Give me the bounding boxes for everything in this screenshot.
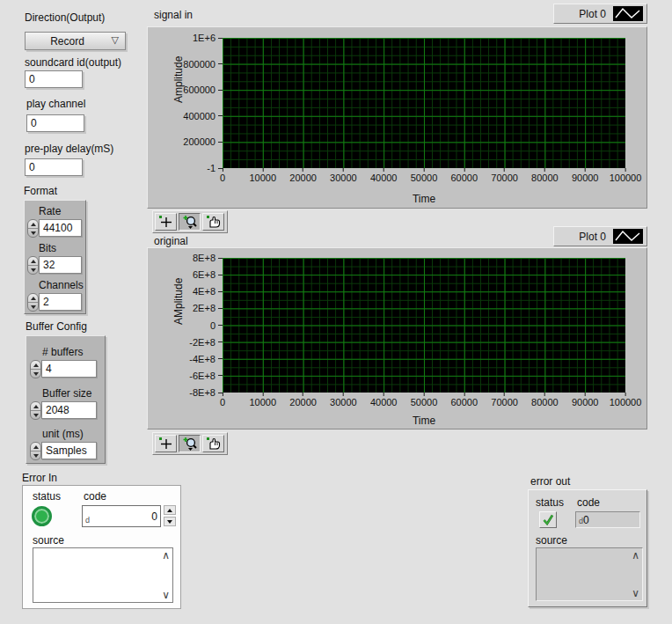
decrement-icon <box>33 372 39 376</box>
plot-legend[interactable]: Plot 0 <box>553 226 647 246</box>
hand-icon <box>206 215 222 229</box>
error-out-code-indicator: d 0 <box>575 511 640 528</box>
magnifier-icon <box>182 437 198 451</box>
x-axis-label: Time <box>223 415 625 427</box>
increment-icon <box>31 223 36 226</box>
play-channel-label: play channel <box>26 98 85 110</box>
error-in-code-label: code <box>84 490 106 503</box>
bits-label: Bits <box>39 242 56 254</box>
x-tick-label: 80000 <box>531 168 559 183</box>
pre-play-delay-value: 0 <box>29 161 35 173</box>
plot-line-swatch <box>613 6 643 21</box>
decrement-icon <box>31 231 36 235</box>
up-triangle-icon <box>167 509 172 512</box>
rate-value: 44100 <box>43 222 72 234</box>
increment-button[interactable] <box>164 505 176 515</box>
decrement-icon <box>33 414 39 417</box>
error-out-source-label: source <box>536 534 567 547</box>
y-tick-label: 400000 <box>183 111 223 121</box>
increment-icon <box>31 260 36 263</box>
error-in-code-stepper <box>164 505 176 526</box>
cursor-tool-button[interactable] <box>155 435 177 452</box>
pre-play-delay-input[interactable]: 0 <box>25 158 83 176</box>
play-channel-input[interactable]: 0 <box>26 114 84 132</box>
error-in-status-label: status <box>33 490 61 503</box>
increment-icon <box>31 297 36 300</box>
y-tick-label: -1 <box>207 163 223 173</box>
buffer-size-value: 2048 <box>46 404 69 416</box>
y-tick-label: 600000 <box>183 84 223 95</box>
chevron-down-icon: ▽ <box>112 34 119 46</box>
num-buffers-input[interactable]: 4 <box>41 360 97 378</box>
y-tick-label: 2E+8 <box>193 303 223 313</box>
unit-stepper[interactable] <box>30 442 41 460</box>
rate-label: Rate <box>39 205 61 217</box>
plot-area[interactable]: 1E+6800000600000400000200000-1 010000200… <box>223 38 625 168</box>
bits-stepper[interactable] <box>27 256 39 275</box>
buffer-config-cluster: # buffers 4 Buffer size 2048 unit (ms) S… <box>26 335 106 464</box>
error-in-source-label: source <box>33 534 64 547</box>
x-tick-label: 20000 <box>289 393 317 407</box>
hand-icon <box>206 437 222 451</box>
buffer-size-stepper[interactable] <box>30 401 41 420</box>
waveform-graph-signal-in: Amplitude 1E+6800000600000400000200000-1… <box>147 26 647 209</box>
down-triangle-icon <box>167 520 172 524</box>
scroll-down-icon[interactable]: ∨ <box>162 591 170 599</box>
channels-input[interactable]: 2 <box>39 293 82 311</box>
x-tick-label: 60000 <box>451 168 478 183</box>
y-tick-label: -6E+8 <box>189 371 223 381</box>
num-buffers-value: 4 <box>46 363 52 375</box>
error-in-source-input[interactable]: ∧ ∨ <box>33 547 173 603</box>
graph-title-original: original <box>154 235 188 247</box>
decrement-icon <box>33 454 39 458</box>
soundcard-id-label: soundcard id(output) <box>25 56 121 69</box>
scroll-up-icon[interactable]: ∧ <box>632 551 639 560</box>
channels-stepper[interactable] <box>27 293 39 312</box>
pan-tool-button[interactable] <box>202 213 224 231</box>
graph-tool-palette <box>152 432 228 455</box>
x-tick-label: 90000 <box>572 168 599 183</box>
rate-stepper[interactable] <box>27 219 39 238</box>
buffer-size-input[interactable]: 2048 <box>41 401 97 419</box>
plot-area[interactable]: 8E+86E+84E+82E+80-2E+8-4E+8-6E+8-8E+8 01… <box>223 258 625 393</box>
soundcard-id-input[interactable]: 0 <box>25 70 83 88</box>
error-out-source-indicator: ∧ ∨ <box>536 547 643 601</box>
x-tick-label: 80000 <box>531 393 559 407</box>
channels-label: Channels <box>39 279 84 291</box>
zoom-tool-button[interactable] <box>179 435 201 452</box>
zoom-tool-button[interactable] <box>179 213 201 231</box>
y-tick-label: 0 <box>210 320 223 331</box>
scroll-up-icon[interactable]: ∧ <box>162 551 170 560</box>
error-in-label: Error In <box>22 472 57 484</box>
direction-dropdown[interactable]: Record ▽ <box>25 32 126 50</box>
x-tick-label: 50000 <box>411 393 438 407</box>
magnifier-icon <box>182 215 198 229</box>
y-tick-label: -8E+8 <box>189 387 223 398</box>
unit-input[interactable]: Samples <box>41 442 97 459</box>
crosshair-icon <box>158 437 174 451</box>
format-cluster: Rate 44100 Bits 32 Channels 2 <box>24 200 86 314</box>
rate-input[interactable]: 44100 <box>39 219 82 237</box>
labview-front-panel: Direction(Output) Record ▽ soundcard id(… <box>0 0 672 624</box>
bits-input[interactable]: 32 <box>39 256 82 274</box>
error-in-code-value: 0 <box>151 510 157 523</box>
y-tick-label: 1E+6 <box>193 33 223 43</box>
x-tick-label: 90000 <box>572 393 599 407</box>
error-in-status-led[interactable] <box>32 506 52 526</box>
plot-legend[interactable]: Plot 0 <box>553 4 647 24</box>
graph-title-signal-in: signal in <box>154 9 193 21</box>
bits-value: 32 <box>43 259 55 271</box>
y-tick-label: -4E+8 <box>189 354 223 364</box>
num-buffers-stepper[interactable] <box>30 360 41 378</box>
decrement-button[interactable] <box>164 517 176 526</box>
graph-tool-palette <box>152 210 228 233</box>
x-tick-label: 0 <box>220 393 225 407</box>
scroll-down-icon[interactable]: ∨ <box>632 589 639 598</box>
y-tick-label: 4E+8 <box>193 286 223 297</box>
x-tick-label: 30000 <box>330 393 357 407</box>
checkmark-icon <box>542 514 554 525</box>
error-in-code-input[interactable]: d 0 <box>82 505 161 527</box>
cursor-tool-button[interactable] <box>155 213 177 231</box>
play-channel-value: 0 <box>31 117 37 129</box>
pan-tool-button[interactable] <box>202 435 224 452</box>
